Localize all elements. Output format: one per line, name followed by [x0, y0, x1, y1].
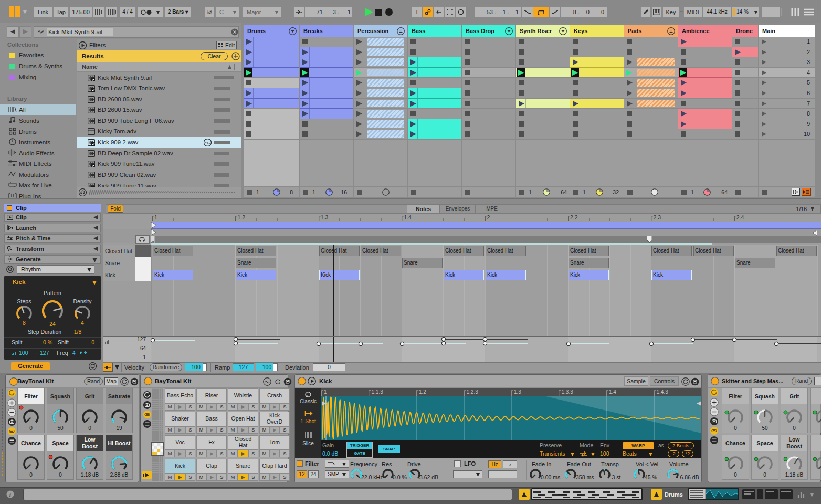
svg-text:i: i	[9, 492, 11, 498]
